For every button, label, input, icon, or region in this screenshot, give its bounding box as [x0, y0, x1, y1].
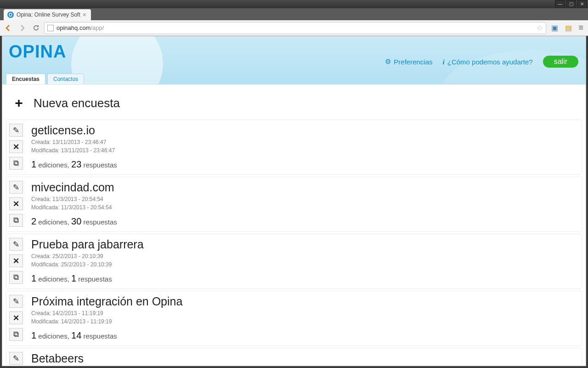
survey-title[interactable]: Prueba para jabarrera	[31, 238, 579, 251]
gear-icon: ⚙	[385, 58, 391, 66]
pencil-icon: ✎	[13, 183, 19, 192]
duplicate-button[interactable]: ⧉	[9, 214, 23, 227]
back-button[interactable]	[3, 23, 14, 34]
arrow-right-icon	[18, 24, 26, 32]
extension-2-icon[interactable]: ▤	[563, 23, 574, 34]
app-tab-encuestas[interactable]: Encuestas	[6, 74, 45, 84]
survey-row: ✎✕⧉Prueba para jabarreraCreada: 25/2/201…	[6, 234, 582, 289]
help-label: ¿Cómo podemos ayudarte?	[447, 58, 533, 66]
logout-button[interactable]: salir	[543, 56, 578, 68]
pencil-icon: ✎	[13, 354, 19, 363]
survey-row: ✎✕⧉Próxima integración en OpinaCreada: 1…	[6, 291, 582, 346]
edit-button[interactable]: ✎	[9, 295, 23, 308]
edit-button[interactable]: ✎	[9, 352, 23, 365]
delete-button[interactable]: ✕	[9, 140, 23, 153]
app-tab-contactos[interactable]: Contactos	[47, 74, 84, 84]
edit-button[interactable]: ✎	[9, 124, 23, 137]
pencil-icon: ✎	[13, 297, 19, 306]
survey-title[interactable]: Próxima integración en Opina	[31, 295, 579, 308]
favicon-icon: O	[7, 12, 14, 18]
copy-icon: ⧉	[13, 273, 19, 282]
survey-stats: 1 ediciones, 23 respuestas	[31, 159, 579, 170]
window-minimize-button[interactable]: ―	[555, 0, 565, 7]
tab-close-icon[interactable]: ×	[83, 11, 86, 18]
info-icon: i	[443, 58, 445, 66]
survey-meta: Creada: 13/11/2013 - 23:46:47Modificada:…	[31, 138, 579, 155]
pencil-icon: ✎	[13, 126, 19, 135]
window-close-button[interactable]: ✕	[577, 0, 587, 7]
close-icon: ✕	[13, 256, 19, 266]
delete-button[interactable]: ✕	[9, 311, 23, 324]
copy-icon: ⧉	[13, 330, 19, 339]
header-decoration	[71, 36, 163, 84]
new-survey-button[interactable]: + Nueva encuesta	[6, 88, 582, 118]
browser-tab[interactable]: O Opina: Online Survey Soft ×	[4, 9, 91, 20]
plus-icon: +	[15, 95, 23, 111]
app-content: OPINA ⚙ Preferencias i ¿Cómo podemos ayu…	[2, 36, 586, 366]
delete-button[interactable]: ✕	[9, 197, 23, 210]
edit-button[interactable]: ✎	[9, 238, 23, 251]
address-bar[interactable]: opinahq.com/app/ ☆	[44, 22, 546, 34]
app-header: OPINA ⚙ Preferencias i ¿Cómo podemos ayu…	[2, 36, 586, 84]
survey-stats: 2 ediciones, 30 respuestas	[31, 216, 579, 227]
copy-icon: ⧉	[13, 159, 19, 168]
survey-stats: 1 ediciones, 14 respuestas	[31, 330, 579, 341]
survey-row: ✎✕⧉mivecindad.comCreada: 11/3/2013 - 20:…	[6, 177, 582, 232]
preferences-link[interactable]: ⚙ Preferencias	[385, 58, 432, 66]
survey-title[interactable]: mivecindad.com	[31, 181, 579, 194]
preferences-label: Preferencias	[394, 58, 432, 66]
url-domain: opinahq.com	[57, 24, 90, 31]
reload-button[interactable]	[30, 23, 41, 34]
survey-meta: Creada: 25/2/2013 - 20:10:39Modificada: …	[31, 252, 579, 269]
extension-1-icon[interactable]: ▣	[549, 23, 560, 34]
survey-meta: Creada: 14/2/2013 - 11:19:19Modificada: …	[31, 309, 579, 326]
forward-button[interactable]	[17, 23, 28, 34]
url-path: /app/	[90, 24, 104, 31]
survey-stats: 1 ediciones, 1 respuestas	[31, 273, 579, 284]
window-maximize-button[interactable]: ▢	[566, 0, 576, 7]
survey-list: + Nueva encuesta ✎✕⧉getlicense.ioCreada:…	[2, 84, 586, 366]
duplicate-button[interactable]: ⧉	[9, 157, 23, 170]
survey-meta: Creada: 11/3/2013 - 20:54:54Modificada: …	[31, 195, 579, 212]
new-survey-label: Nueva encuesta	[34, 96, 120, 110]
delete-button[interactable]: ✕	[9, 254, 23, 267]
close-icon: ✕	[13, 142, 19, 152]
survey-title[interactable]: Betabeers	[31, 352, 579, 365]
survey-row: ✎✕⧉getlicense.ioCreada: 13/11/2013 - 23:…	[6, 120, 582, 175]
pencil-icon: ✎	[13, 240, 19, 249]
close-icon: ✕	[13, 313, 19, 323]
browser-toolbar: opinahq.com/app/ ☆ ▣ ▤ ≡	[0, 20, 588, 36]
tab-title: Opina: Online Survey Soft	[17, 12, 80, 18]
app-logo: OPINA	[9, 42, 66, 62]
window-titlebar: ― ▢ ✕	[0, 0, 588, 8]
survey-row: ✎✕⧉BetabeersCreada: 13/2/2013 - 14:28:42	[6, 348, 582, 366]
arrow-left-icon	[5, 24, 12, 32]
help-link[interactable]: i ¿Cómo podemos ayudarte?	[443, 58, 533, 66]
bookmark-star-icon[interactable]: ☆	[537, 23, 543, 32]
page-icon	[47, 25, 54, 31]
browser-tabstrip: O Opina: Online Survey Soft ×	[0, 8, 588, 20]
edit-button[interactable]: ✎	[9, 181, 23, 194]
duplicate-button[interactable]: ⧉	[9, 271, 23, 284]
browser-menu-button[interactable]: ≡	[577, 23, 585, 33]
reload-icon	[33, 24, 40, 31]
copy-icon: ⧉	[13, 216, 19, 225]
close-icon: ✕	[13, 199, 19, 209]
survey-title[interactable]: getlicense.io	[31, 124, 579, 137]
duplicate-button[interactable]: ⧉	[9, 328, 23, 341]
